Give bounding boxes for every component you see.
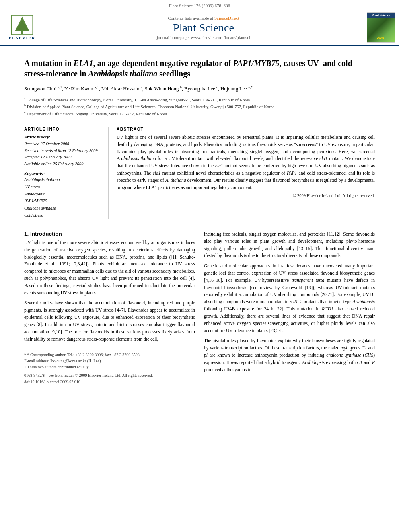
intro-right-para-3: The pivotal roles played by flavonoids e… xyxy=(204,337,375,373)
article-authors: Seungwon Choi a,1, Ye Rim Kwon a,1, Md. … xyxy=(24,84,375,93)
abstract-text: UV light is one of several severe abioti… xyxy=(117,134,375,191)
footnote-section: * * Corresponding author. Tel.: +82 2 32… xyxy=(24,349,195,384)
affiliations: a College of Life Sciences and Biotechno… xyxy=(24,96,375,122)
footnote-corresponding: * * Corresponding author. Tel.: +82 2 32… xyxy=(24,352,195,358)
journal-cover-image: ela1 xyxy=(367,18,395,42)
footnote-email: E-mail address: lhojoung@korea.ac.kr (H.… xyxy=(24,358,195,364)
journal-homepage: journal homepage: www.elsevier.com/locat… xyxy=(40,35,367,40)
journal-cover-ela-label: ela1 xyxy=(377,35,385,40)
intro-heading: 1. Introduction xyxy=(24,231,195,237)
intro-para-1: UV light is one of the more severe abiot… xyxy=(24,239,195,297)
keyword-item: Anthocyanin xyxy=(24,191,102,198)
article-info-column: ARTICLE INFO Article history: Received 2… xyxy=(24,127,109,219)
elsevier-logo: ELSEVIER xyxy=(4,15,40,40)
abstract-label: ABSTRACT xyxy=(117,127,375,131)
elsevier-label: ELSEVIER xyxy=(9,36,36,40)
introduction-section: 1. Introduction UV light is one of the m… xyxy=(24,231,375,384)
keyword-item: Arabidopsis thaliana xyxy=(24,176,102,183)
copyright-text: © 2009 Elsevier Ireland Ltd. All rights … xyxy=(117,193,375,198)
keyword-item: Chalcone synthase xyxy=(24,205,102,212)
intro-right-para-2: Genetic and molecular approaches in last… xyxy=(204,263,375,334)
keyword-item: UV stress xyxy=(24,183,102,191)
keywords-label: Keywords: xyxy=(24,172,102,176)
journal-cover: Plant Science ela1 xyxy=(367,12,395,43)
keywords-section: Keywords: Arabidopsis thaliana UV stress… xyxy=(24,172,102,219)
article-info-label: ARTICLE INFO xyxy=(24,127,102,131)
article-main: A mutation in ELA1, an age-dependent neg… xyxy=(0,46,399,392)
intro-left-column: 1. Introduction UV light is one of the m… xyxy=(24,231,195,384)
keyword-item: PAP1/MYB75 xyxy=(24,197,102,205)
section-divider xyxy=(24,225,375,225)
abstract-column: ABSTRACT UV light is one of several seve… xyxy=(117,127,375,219)
keyword-item: Cold stress xyxy=(24,212,102,219)
keywords-list: Arabidopsis thaliana UV stress Anthocyan… xyxy=(24,176,102,219)
elsevier-tree-icon xyxy=(10,15,34,35)
intro-right-column: including free radicals, singlet oxygen … xyxy=(204,231,375,384)
article-history-label: Article history: Received 27 October 200… xyxy=(24,134,102,168)
footnote-issn: 0168-9452/$ – see front matter © 2009 El… xyxy=(24,372,195,378)
article-info-abstract: ARTICLE INFO Article history: Received 2… xyxy=(24,127,375,219)
journal-name: Plant Science xyxy=(40,21,367,34)
article-title: A mutation in ELA1, an age-dependent neg… xyxy=(24,58,375,79)
journal-citation: Plant Science 176 (2009) 678–686 xyxy=(0,0,399,10)
svg-marker-2 xyxy=(16,21,29,31)
journal-center: Contents lists available at ScienceDirec… xyxy=(40,16,367,40)
footnote-equal: 1 These two authors contributed equally. xyxy=(24,364,195,370)
journal-cover-title: Plant Science xyxy=(367,13,395,18)
article-history: Article history: Received 27 October 200… xyxy=(24,134,102,168)
intro-para-2: Several studies have shown that the accu… xyxy=(24,300,195,343)
intro-right-para-1: including free radicals, singlet oxygen … xyxy=(204,231,375,259)
footnote-doi: doi:10.1016/j.plantsci.2009.02.010 xyxy=(24,380,195,384)
journal-banner: ELSEVIER Contents lists available at Sci… xyxy=(0,10,399,46)
contents-available-text: Contents lists available at ScienceDirec… xyxy=(40,16,367,21)
